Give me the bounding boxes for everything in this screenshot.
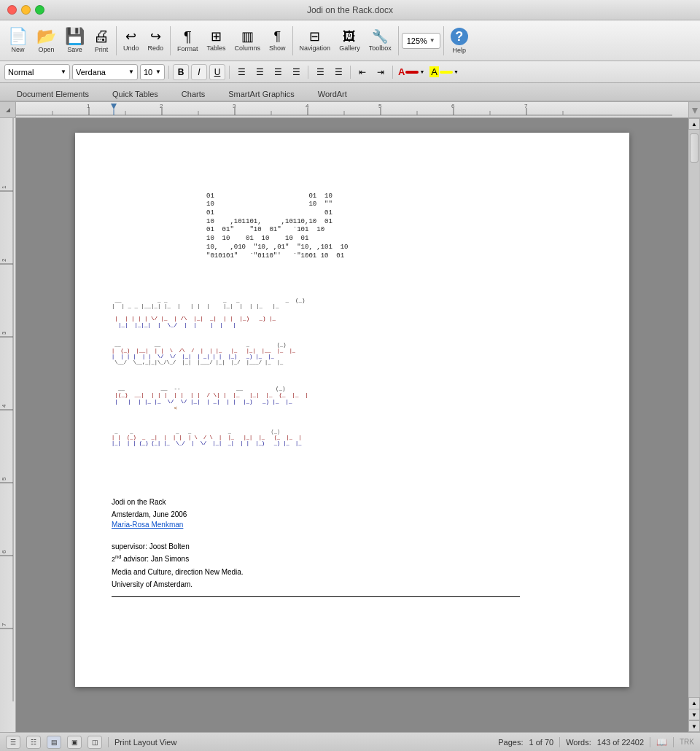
style-value: Normal <box>8 68 34 77</box>
tab-wordart[interactable]: WordArt <box>307 86 358 101</box>
doc-title-author[interactable]: Maria-Rosa Menkman <box>112 521 593 529</box>
toolbar-separator-1 <box>116 26 117 55</box>
text-color-arrow: ▼ <box>419 69 424 74</box>
text-color-button[interactable]: A ▼ <box>397 65 426 79</box>
align-center-icon: ☰ <box>256 67 264 77</box>
doc-advisor: 2nd advisor: Jan Simons <box>112 553 593 565</box>
open-button[interactable]: 📂 Open <box>33 23 60 58</box>
navigation-label: Navigation <box>300 44 331 52</box>
columns-button[interactable]: ▥ Columns <box>231 23 265 58</box>
vertical-ruler-svg: 1 2 3 4 5 6 7 <box>0 118 16 701</box>
align-left-button[interactable]: ☰ <box>233 64 249 80</box>
svg-text:4: 4 <box>1 404 7 408</box>
format-toolbar: Normal ▼ Verdana ▼ 10 ▼ B I U ☰ ☰ ☰ ☰ ☰ … <box>0 61 700 83</box>
ruler-corner-widget[interactable] <box>0 102 16 118</box>
list-ordered-button[interactable]: ☰ <box>330 64 346 80</box>
align-right-button[interactable]: ☰ <box>270 64 286 80</box>
doc-meta-block: supervisor: Joost Bolten 2nd advisor: Ja… <box>112 540 593 590</box>
vertical-ruler: 1 2 3 4 5 6 7 <box>0 118 16 732</box>
title-bar: Jodi on the Rack.docx <box>0 0 700 20</box>
minimize-button[interactable] <box>21 5 31 15</box>
toolbar-separator-4 <box>398 26 399 55</box>
indent-increase-button[interactable]: ⇥ <box>373 64 389 80</box>
redo-button[interactable]: ↪ Redo <box>144 23 168 58</box>
underline-button[interactable]: U <box>209 64 225 80</box>
redo-icon: ↪ <box>150 30 161 43</box>
highlight-color-icon: A <box>429 66 439 77</box>
spell-check-icon[interactable]: 📖 <box>656 737 667 747</box>
scroll-track[interactable] <box>689 130 699 697</box>
status-pages-value: 1 of 70 <box>529 738 553 747</box>
status-separator-3 <box>650 737 650 747</box>
zoom-value: 125% <box>407 36 427 45</box>
style-arrow-icon: ▼ <box>61 69 66 75</box>
align-center-button[interactable]: ☰ <box>252 64 268 80</box>
view-print-button[interactable]: ▤ <box>47 736 61 749</box>
zoom-control[interactable]: 125% ▼ <box>402 33 440 49</box>
scroll-thumb[interactable] <box>690 133 699 163</box>
text-color-icon: A <box>398 66 405 77</box>
format-button[interactable]: ¶ Format <box>174 23 202 58</box>
highlight-color-button[interactable]: A ▼ <box>428 65 460 79</box>
document-scroll-area[interactable]: 01 01 10 10 10 "" 01 01 10 ,101101, ,101… <box>16 118 688 732</box>
toolbox-label: Toolbox <box>369 44 392 52</box>
gallery-icon: 🖼 <box>343 30 356 43</box>
list-unordered-button[interactable]: ☰ <box>312 64 328 80</box>
open-label: Open <box>38 46 54 53</box>
help-icon: ? <box>451 28 468 45</box>
new-button[interactable]: 📄 New <box>4 23 31 58</box>
font-size-selector[interactable]: 10 ▼ <box>140 64 165 80</box>
svg-text:5: 5 <box>1 477 7 480</box>
zoom-arrow-icon: ▼ <box>429 37 435 44</box>
status-words-label: Words: <box>566 738 591 747</box>
align-justify-icon: ☰ <box>292 67 300 77</box>
tables-label: Tables <box>207 44 226 52</box>
format-separator-2 <box>229 66 230 79</box>
open-icon: 📂 <box>36 28 56 44</box>
gallery-button[interactable]: 🖼 Gallery <box>335 23 364 58</box>
bold-button[interactable]: B <box>173 64 189 80</box>
underline-icon: U <box>214 67 221 77</box>
print-icon: 🖨 <box>93 28 109 44</box>
tab-smartart[interactable]: SmartArt Graphics <box>217 86 305 101</box>
style-selector[interactable]: Normal ▼ <box>4 64 70 80</box>
tab-bar: Document Elements Quick Tables Charts Sm… <box>0 83 700 102</box>
view-list-button[interactable]: ☰ <box>6 736 20 749</box>
navigation-button[interactable]: ⊟ Navigation <box>296 23 335 58</box>
scroll-prev-page-button[interactable]: ▲ <box>688 697 700 709</box>
indent-decrease-button[interactable]: ⇤ <box>354 64 370 80</box>
font-arrow-icon: ▼ <box>128 69 134 75</box>
view-focus-button[interactable]: ◫ <box>88 736 102 749</box>
size-arrow-icon: ▼ <box>155 69 161 75</box>
doc-title-line-2: Amsterdam, June 2006 <box>112 508 593 521</box>
format-separator-4 <box>350 66 351 79</box>
show-button[interactable]: ¶ Show <box>265 23 289 58</box>
status-separator-1 <box>108 737 109 747</box>
font-selector[interactable]: Verdana ▼ <box>72 64 138 80</box>
tab-quick-tables[interactable]: Quick Tables <box>101 86 169 101</box>
scroll-next-page-button[interactable]: ▼ <box>688 709 700 720</box>
italic-button[interactable]: I <box>191 64 207 80</box>
help-button[interactable]: ? Help <box>447 23 472 58</box>
ruler-scroll-icon <box>689 102 700 118</box>
scroll-down-button[interactable]: ▼ <box>688 720 700 732</box>
tables-button[interactable]: ⊞ Tables <box>203 23 230 58</box>
align-justify-button[interactable]: ☰ <box>288 64 304 80</box>
close-button[interactable] <box>7 5 17 15</box>
ruler-svg: 1 2 3 4 5 6 7 <box>16 102 688 118</box>
save-icon: 💾 <box>65 28 85 44</box>
ruler-area: 1 2 3 4 5 6 7 <box>0 102 700 118</box>
maximize-button[interactable] <box>35 5 44 15</box>
toolbox-button[interactable]: 🔧 Toolbox <box>365 23 395 58</box>
undo-button[interactable]: ↩ Undo <box>120 23 143 58</box>
horizontal-ruler: 1 2 3 4 5 6 7 <box>16 102 688 118</box>
save-button[interactable]: 💾 Save <box>61 23 88 58</box>
print-button[interactable]: 🖨 Print <box>90 23 113 58</box>
help-label: Help <box>452 47 466 54</box>
tab-document-elements[interactable]: Document Elements <box>6 86 100 101</box>
ascii-text-art: 01 01 10 10 10 "" 01 01 10 ,101101, ,101… <box>206 184 593 269</box>
view-draft-button[interactable]: ▣ <box>67 736 82 749</box>
scroll-up-button[interactable]: ▲ <box>688 118 700 130</box>
view-outline-button[interactable]: ☷ <box>26 736 41 749</box>
tab-charts[interactable]: Charts <box>171 86 216 101</box>
